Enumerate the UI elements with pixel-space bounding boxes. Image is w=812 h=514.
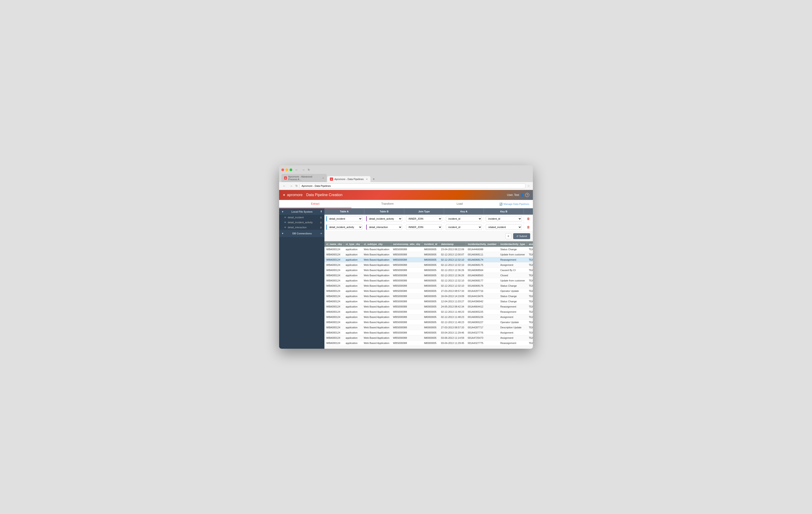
add-join-button[interactable]: +: [505, 233, 511, 239]
browser-chrome: ← → ↻ A Apromore - Advanced Process A...…: [279, 165, 533, 182]
minimize-traffic-light[interactable]: [286, 169, 288, 171]
table-row[interactable]: WBA000124applicationWeb Based Applicatio…: [324, 335, 533, 340]
sidebar-item-detail-interaction[interactable]: 👁 detail_interaction 🗑: [279, 225, 324, 230]
table-row[interactable]: WBA000124applicationWeb Based Applicatio…: [324, 294, 533, 299]
join-type-select-1[interactable]: INNER_JOIN: [406, 216, 442, 221]
app-title: Data Pipeline Creation: [306, 193, 342, 197]
table-cell: 02-12-2013 12:36:26: [439, 273, 466, 278]
table-cell: Web Based Application: [362, 325, 391, 330]
key-a-select-2[interactable]: incident_id: [446, 224, 482, 230]
table-row[interactable]: WBA000124applicationWeb Based Applicatio…: [324, 283, 533, 289]
table-cell: Status Change: [498, 247, 527, 252]
delete-row-2-button[interactable]: 🗑: [524, 225, 533, 229]
step-extract[interactable]: Extract: [279, 200, 351, 208]
back-button[interactable]: ←: [294, 168, 299, 172]
sidebar-item-detail-incident-activity[interactable]: 👁 detail_incident_activity 🗑: [279, 220, 324, 225]
table-cell: 23-04-2013 08:22:09: [439, 247, 466, 252]
table-cell: WBA000124: [324, 340, 344, 346]
table-row[interactable]: WBA000124applicationWeb Based Applicatio…: [324, 252, 533, 257]
table-row[interactable]: WBA000124applicationWeb Based Applicatio…: [324, 273, 533, 278]
delete-row-1-button[interactable]: 🗑: [524, 217, 533, 220]
maximize-traffic-light[interactable]: [290, 169, 292, 171]
help-icon[interactable]: ?: [525, 193, 529, 197]
table-row[interactable]: WBA000124applicationWeb Based Applicatio…: [324, 304, 533, 309]
url-forward-button[interactable]: →: [289, 184, 294, 188]
upload-icon[interactable]: ⬆: [320, 210, 322, 213]
table-cell: IM0000005: [422, 263, 439, 268]
table-row[interactable]: WBA000124applicationWeb Based Applicatio…: [324, 289, 533, 294]
table-cell: Web Based Application: [362, 278, 391, 283]
url-back-button[interactable]: ←: [282, 184, 287, 188]
table-row[interactable]: WBA000124applicationWeb Based Applicatio…: [324, 278, 533, 283]
table-cell: Web Based Application: [362, 289, 391, 294]
table-row[interactable]: WBA000124applicationWeb Based Applicatio…: [324, 257, 533, 263]
table-cell: 001A6068174: [466, 257, 499, 263]
table-a-select-1[interactable]: detail_incident: [326, 216, 362, 221]
submit-button[interactable]: ↺ Submit: [513, 233, 530, 239]
key-b-select-1[interactable]: incident_id: [486, 216, 522, 221]
step-load[interactable]: Load: [424, 200, 496, 208]
table-cell: application: [344, 247, 362, 252]
table-cell: application: [344, 257, 362, 263]
table-cell: Web Based Application: [362, 320, 391, 325]
url-refresh-button[interactable]: ↻: [295, 184, 298, 187]
key-a-select-1[interactable]: incident_id: [446, 216, 482, 221]
table-b-select-2[interactable]: detail_interaction: [366, 224, 402, 230]
table-row[interactable]: WBA000124applicationWeb Based Applicatio…: [324, 330, 533, 335]
delete-icon-3[interactable]: 🗑: [320, 226, 322, 229]
join-type-select-2[interactable]: INNER_JOIN: [406, 224, 442, 230]
forward-button[interactable]: →: [301, 168, 306, 172]
db-connections-section-header[interactable]: ▼ DB Connections +: [279, 230, 324, 237]
table-cell: Reassignment: [498, 309, 527, 314]
manage-pipelines-button[interactable]: 🔄 Manage Data Pipelines: [496, 200, 533, 208]
table-cell: 001A4287717: [466, 325, 499, 330]
table-cell: Operator Update: [498, 320, 527, 325]
table-b-wrap-1: detail_incident_activity: [364, 215, 404, 223]
table-row[interactable]: WBA000124applicationWeb Based Applicatio…: [324, 247, 533, 252]
tab-2[interactable]: A Apromore - Data Pipelines ✕: [327, 176, 371, 182]
step-transform[interactable]: Transform: [351, 200, 424, 208]
table-row[interactable]: WBA000124applicationWeb Based Applicatio…: [324, 263, 533, 268]
traffic-lights: [281, 169, 292, 171]
delete-icon-2[interactable]: 🗑: [320, 221, 322, 224]
key-b-select-2[interactable]: related_incident: [486, 224, 522, 230]
table-row[interactable]: WBA000124applicationWeb Based Applicatio…: [324, 268, 533, 273]
table-cell: IM0000005: [422, 257, 439, 263]
refresh-button[interactable]: ↻: [308, 168, 310, 172]
close-traffic-light[interactable]: [281, 169, 284, 171]
table-cell: IM0000005: [422, 294, 439, 299]
table-row[interactable]: WBA000124applicationWeb Based Applicatio…: [324, 314, 533, 320]
table-cell: WBA000124: [324, 289, 344, 294]
table-cell: 001A4327775: [466, 340, 499, 346]
new-tab-button[interactable]: +: [371, 176, 377, 182]
table-cell: TEAM0003: [527, 299, 533, 304]
table-row[interactable]: WBA000124applicationWeb Based Applicatio…: [324, 299, 533, 304]
sidebar-item-detail-incident[interactable]: 👁 detail_incident 🗑: [279, 215, 324, 220]
table-cell: TEAM0002: [527, 283, 533, 289]
delete-icon[interactable]: 🗑: [320, 216, 322, 219]
url-input[interactable]: [299, 183, 525, 188]
col-incidentactivity-number: incidentactivity_number: [466, 241, 499, 247]
join-row-2: detail_incident_activity detail_interact…: [324, 223, 533, 232]
table-cell: IM0000005: [422, 268, 439, 273]
table-cell: Update from customer: [498, 252, 527, 257]
table-row[interactable]: WBA000124applicationWeb Based Applicatio…: [324, 340, 533, 346]
col-header-table-a: Table A: [324, 208, 364, 215]
table-b-select-1[interactable]: detail_incident_activity: [366, 216, 402, 221]
table-a-select-2[interactable]: detail_incident_activity: [326, 224, 362, 230]
local-fs-section-header[interactable]: ▼ Local File System ⬆: [279, 208, 324, 215]
tab-1[interactable]: A Apromore - Advanced Process A... ✕: [281, 174, 327, 182]
tab-1-close[interactable]: ✕: [322, 177, 324, 179]
table-row[interactable]: WBA000124applicationWeb Based Applicatio…: [324, 325, 533, 330]
table-row[interactable]: WBA000124applicationWeb Based Applicatio…: [324, 309, 533, 314]
table-cell: TEAM0003: [527, 309, 533, 314]
table-cell: TEAM0003: [527, 247, 533, 252]
join-type-wrap-2: INNER_JOIN: [404, 223, 444, 231]
table-cell: 24-05-2013 08:42:34: [439, 304, 466, 309]
table-row[interactable]: WBA000124applicationWeb Based Applicatio…: [324, 320, 533, 325]
bookmark-star-icon[interactable]: ☆: [527, 184, 530, 188]
tab-2-close[interactable]: ✕: [366, 178, 368, 180]
db-add-button[interactable]: +: [320, 232, 322, 235]
table-cell: Reassignment: [498, 304, 527, 309]
table-cell: application: [344, 335, 362, 340]
